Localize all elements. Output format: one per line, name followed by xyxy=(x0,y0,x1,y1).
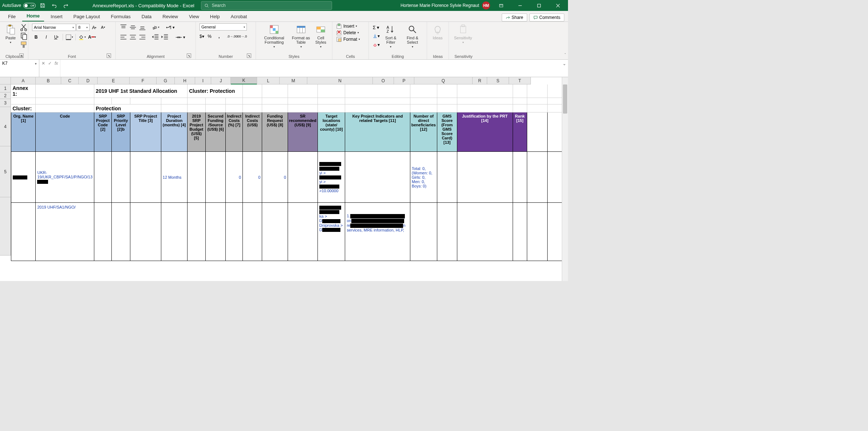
cell[interactable] xyxy=(513,104,527,112)
cell[interactable] xyxy=(410,104,437,112)
share-button[interactable]: Share xyxy=(502,13,527,21)
cell[interactable] xyxy=(527,112,548,152)
cell-styles-button[interactable]: Cell Styles▾ xyxy=(313,23,328,49)
column-header-C[interactable]: C xyxy=(61,77,79,84)
name-box[interactable]: K7▾ xyxy=(0,60,39,77)
cell[interactable] xyxy=(130,152,161,203)
cell[interactable] xyxy=(288,98,317,104)
merge-center-icon[interactable]: ⇥⇤ ▾ xyxy=(175,33,185,41)
cell[interactable] xyxy=(205,152,226,203)
cell[interactable] xyxy=(11,152,36,203)
cell[interactable] xyxy=(262,104,288,112)
cell[interactable] xyxy=(243,84,262,98)
cell[interactable] xyxy=(130,98,161,104)
cell[interactable] xyxy=(527,104,548,112)
cell[interactable] xyxy=(410,98,437,104)
fill-icon[interactable]: ▾ xyxy=(372,32,380,40)
cell[interactable]: Total: 0, (Women: 0, Girls: 0, Men: 0, B… xyxy=(410,152,437,203)
tab-review[interactable]: Review xyxy=(158,12,182,21)
cell[interactable]: Cluster: Protection xyxy=(188,84,243,98)
cell[interactable]: SRP Project Title [3] xyxy=(130,112,161,152)
cell[interactable] xyxy=(527,98,548,104)
align-middle-icon[interactable] xyxy=(129,23,137,31)
cell[interactable] xyxy=(410,84,437,98)
column-header-G[interactable]: G xyxy=(157,77,175,84)
cell[interactable] xyxy=(243,104,262,112)
column-header-E[interactable]: E xyxy=(98,77,130,84)
cell[interactable] xyxy=(288,104,317,112)
cell[interactable] xyxy=(111,98,130,104)
cell[interactable] xyxy=(410,203,437,261)
cell[interactable] xyxy=(345,84,410,98)
wrap-text-icon[interactable]: ↩¶ ▾ xyxy=(166,23,175,31)
cell[interactable] xyxy=(188,104,206,112)
increase-font-icon[interactable]: A▴ xyxy=(90,23,98,31)
vertical-scrollbar[interactable] xyxy=(562,77,568,281)
cell[interactable] xyxy=(111,203,130,261)
column-header-L[interactable]: L xyxy=(257,77,280,84)
column-header-F[interactable]: F xyxy=(130,77,157,84)
cell[interactable] xyxy=(262,203,288,261)
column-header-K[interactable]: K xyxy=(231,77,257,84)
tab-view[interactable]: View xyxy=(185,12,204,21)
cell[interactable] xyxy=(205,98,226,104)
cell[interactable] xyxy=(437,84,457,98)
cell[interactable]: Code xyxy=(36,112,94,152)
increase-indent-icon[interactable] xyxy=(161,33,169,41)
spreadsheet-grid[interactable]: ABCDEFGHIJKLMNOPQRST 12345 Annex 1:2019 … xyxy=(0,77,568,281)
cell[interactable] xyxy=(94,203,112,261)
user-avatar[interactable]: HM xyxy=(482,1,490,9)
column-header-T[interactable]: T xyxy=(509,77,531,84)
save-icon[interactable] xyxy=(38,1,47,10)
cell[interactable]: Annex 1: xyxy=(11,84,36,98)
align-right-icon[interactable] xyxy=(138,33,146,41)
decrease-indent-icon[interactable] xyxy=(151,33,159,41)
cell[interactable] xyxy=(94,98,112,104)
align-center-icon[interactable] xyxy=(129,33,137,41)
cell[interactable] xyxy=(513,203,527,261)
align-bottom-icon[interactable] xyxy=(138,23,146,31)
autosave-toggle[interactable]: Off xyxy=(23,3,36,8)
cell[interactable]: Project Duration (months) [4] xyxy=(161,112,187,152)
cell[interactable]: 1.onrenservices, MRE information, HLP, xyxy=(345,203,410,261)
borders-icon[interactable]: ▾ xyxy=(65,33,73,41)
collapse-ribbon-icon[interactable]: ˆ xyxy=(565,53,566,57)
font-name-select[interactable]: Arial Narrow▾ xyxy=(32,24,76,31)
cell[interactable]: 0 xyxy=(262,152,288,203)
tab-page-layout[interactable]: Page Layout xyxy=(69,12,104,21)
cell[interactable]: 0 xyxy=(243,152,262,203)
tab-acrobat[interactable]: Acrobat xyxy=(226,12,252,21)
cell[interactable] xyxy=(226,104,243,112)
cell[interactable]: UKR-19/UKR_CBPF/SA1/P/NGO/13 xyxy=(36,152,94,203)
cell[interactable]: SRP Priority Level [2]b xyxy=(111,112,130,152)
cell[interactable] xyxy=(262,98,288,104)
undo-icon[interactable] xyxy=(50,1,59,10)
delete-cells-button[interactable]: Delete▾ xyxy=(336,30,359,36)
column-header-M[interactable]: M xyxy=(280,77,307,84)
cell[interactable] xyxy=(188,203,206,261)
cell[interactable]: 2019 UHF/SA1/NGO/ xyxy=(36,203,94,261)
clear-icon[interactable]: ▾ xyxy=(372,41,380,49)
find-select-button[interactable]: Find & Select▾ xyxy=(402,23,423,49)
cell[interactable]: 2019 SRP Project Budget (US$) [5] xyxy=(188,112,206,152)
bold-button[interactable]: B xyxy=(32,33,40,41)
column-header-R[interactable]: R xyxy=(473,77,487,84)
search-input[interactable]: Search xyxy=(201,1,332,10)
conditional-formatting-button[interactable]: Conditional Formatting▾ xyxy=(260,23,289,49)
cell[interactable]: Rank [15] xyxy=(513,112,527,152)
decrease-font-icon[interactable]: A▾ xyxy=(99,23,107,31)
cell[interactable] xyxy=(317,98,345,104)
format-cells-button[interactable]: Format▾ xyxy=(336,36,360,42)
formula-input[interactable] xyxy=(60,60,561,77)
row-header-2[interactable]: 2 xyxy=(0,92,11,99)
cell[interactable]: Protection xyxy=(94,104,161,112)
cell[interactable] xyxy=(457,104,513,112)
format-painter-icon[interactable] xyxy=(20,41,28,49)
accounting-format-icon[interactable]: $▾ xyxy=(200,32,204,40)
tab-data[interactable]: Data xyxy=(137,12,156,21)
column-header-D[interactable]: D xyxy=(79,77,98,84)
column-header-P[interactable]: P xyxy=(394,77,414,84)
cell[interactable]: 2019 UHF 1st Standard Allocation xyxy=(94,84,188,98)
align-top-icon[interactable] xyxy=(119,23,127,31)
cell[interactable] xyxy=(161,203,187,261)
